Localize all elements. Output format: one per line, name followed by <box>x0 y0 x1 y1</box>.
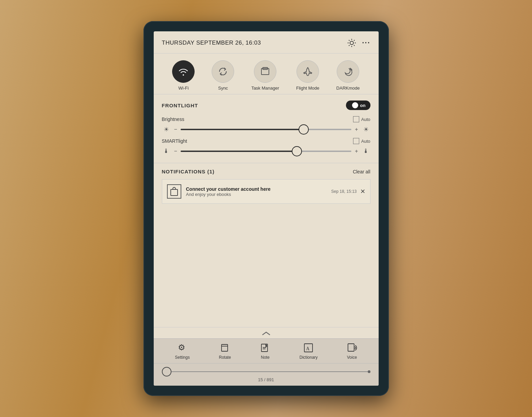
smartlight-auto-label: Auto <box>361 139 370 144</box>
dark-circle <box>337 60 359 83</box>
smartlight-fill <box>181 151 297 152</box>
frontlight-label: FRONTLIGHT <box>162 103 198 108</box>
notifications-header: NOTIFICATIONS (1) Clear all <box>162 169 370 174</box>
smartlight-auto-box <box>353 138 359 144</box>
smartlight-section: SMARTlight Auto 🌡 − + 🌡 <box>162 138 370 155</box>
flight-circle <box>297 60 319 83</box>
smartlight-slider-row: 🌡 − + 🌡 <box>162 148 370 155</box>
notification-item: Connect your customer account here And e… <box>162 179 370 204</box>
brightness-label: Brightness <box>162 117 184 122</box>
progress-end-dot <box>368 370 370 373</box>
sync-label: Sync <box>218 86 228 91</box>
smartlight-warm-icon: 🌡 <box>362 148 370 155</box>
brightness-slider[interactable] <box>181 129 351 130</box>
progress-section: 15 / 891 <box>154 363 379 386</box>
page-counter: 15 / 891 <box>162 377 370 384</box>
smartlight-cool-icon: 🌡 <box>162 148 171 155</box>
sync-circle <box>212 60 234 83</box>
settings-toolbar-label: Settings <box>175 355 189 360</box>
notifications-title: NOTIFICATIONS (1) <box>162 169 215 174</box>
dark-mode-button[interactable]: DARKmode <box>336 60 360 91</box>
brightness-auto-box <box>353 116 359 122</box>
dictionary-toolbar-icon: A <box>303 343 314 353</box>
bottom-toolbar: ⚙ Settings Rotate Note <box>154 338 379 363</box>
brightness-header: Brightness Auto <box>162 116 370 122</box>
rotate-toolbar-icon <box>220 343 230 353</box>
settings-toolbar-icon: ⚙ <box>177 343 187 353</box>
notification-content: Connect your customer account here And e… <box>186 186 326 197</box>
ereader-device: THURSDAY SEPTEMBER 26, 16:03 ··· <box>143 21 389 396</box>
progress-thumb <box>162 367 171 376</box>
voice-toolbar-button[interactable]: Voice <box>347 343 357 360</box>
svg-rect-11 <box>348 344 354 351</box>
wifi-circle <box>172 60 195 83</box>
progress-line <box>171 371 368 372</box>
voice-toolbar-label: Voice <box>347 355 357 360</box>
header-bar: THURSDAY SEPTEMBER 26, 16:03 ··· <box>154 31 379 53</box>
sync-button[interactable]: Sync <box>212 60 234 91</box>
chevron-up-icon <box>261 331 271 336</box>
dictionary-toolbar-label: Dictionary <box>300 355 318 360</box>
brightness-slider-row: ☀ − + ☀ <box>162 126 370 133</box>
notification-time: Sep 18, 15:13 <box>331 189 357 194</box>
brightness-dim-icon: ☀ <box>162 126 171 133</box>
smartlight-thumb[interactable] <box>292 146 302 156</box>
svg-rect-5 <box>222 344 228 351</box>
notification-close-button[interactable]: ✕ <box>360 188 365 195</box>
smartlight-plus: + <box>355 148 358 154</box>
toggle-circle <box>352 102 358 108</box>
settings-icon[interactable] <box>346 37 357 48</box>
brightness-section: Brightness Auto ☀ − + ☀ <box>162 116 370 133</box>
note-toolbar-label: Note <box>261 355 269 360</box>
svg-text:A: A <box>306 346 310 351</box>
smartlight-minus: − <box>174 148 177 154</box>
progress-bar[interactable] <box>162 366 370 377</box>
brightness-minus: − <box>174 126 177 133</box>
flight-mode-button[interactable]: Flight Mode <box>296 60 319 91</box>
date-time-display: THURSDAY SEPTEMBER 26, 16:03 <box>162 40 261 46</box>
frontlight-section: FRONTLIGHT on Brightness Auto ☀ − <box>154 94 379 163</box>
brightness-bright-icon: ☀ <box>362 126 370 133</box>
smartlight-slider[interactable] <box>181 151 351 152</box>
collapse-handle[interactable] <box>154 327 379 338</box>
settings-toolbar-button[interactable]: ⚙ Settings <box>175 343 189 360</box>
brightness-auto-label: Auto <box>361 117 370 122</box>
brightness-thumb[interactable] <box>299 124 309 135</box>
brightness-auto-checkbox[interactable]: Auto <box>353 116 370 122</box>
dark-mode-label: DARKmode <box>336 86 360 91</box>
flight-mode-label: Flight Mode <box>296 86 319 91</box>
toggle-state: on <box>360 103 366 108</box>
notification-subtitle: And enjoy your ebooks <box>186 192 326 197</box>
smartlight-auto-checkbox[interactable]: Auto <box>353 138 370 144</box>
notifications-section: NOTIFICATIONS (1) Clear all Connect your… <box>154 163 379 327</box>
frontlight-toggle[interactable]: on <box>346 101 370 110</box>
note-toolbar-button[interactable]: Note <box>260 343 270 360</box>
notification-icon <box>167 184 181 199</box>
task-manager-label: Task Manager <box>251 86 279 91</box>
dictionary-toolbar-button[interactable]: A Dictionary <box>300 343 318 360</box>
notification-meta: Sep 18, 15:13 ✕ <box>331 188 365 195</box>
brightness-fill <box>181 129 304 130</box>
clear-all-button[interactable]: Clear all <box>353 169 370 174</box>
task-circle <box>254 60 276 83</box>
smartlight-label: SMARTlight <box>162 138 187 144</box>
rotate-toolbar-button[interactable]: Rotate <box>219 343 231 360</box>
notification-title: Connect your customer account here <box>186 186 326 192</box>
wifi-button[interactable]: Wi-Fi <box>172 60 195 91</box>
more-options-icon[interactable]: ··· <box>362 38 370 47</box>
header-icons: ··· <box>346 37 370 48</box>
wifi-label: Wi-Fi <box>178 86 188 91</box>
svg-text:⚙: ⚙ <box>178 343 185 352</box>
frontlight-header: FRONTLIGHT on <box>162 101 370 110</box>
quick-actions-bar: Wi-Fi Sync <box>154 53 379 94</box>
rotate-toolbar-label: Rotate <box>219 355 231 360</box>
smartlight-header: SMARTlight Auto <box>162 138 370 144</box>
brightness-plus: + <box>355 126 358 133</box>
svg-point-0 <box>350 41 353 45</box>
svg-rect-3 <box>171 189 178 196</box>
note-toolbar-icon <box>260 343 270 353</box>
task-manager-button[interactable]: Task Manager <box>251 60 279 91</box>
device-screen: THURSDAY SEPTEMBER 26, 16:03 ··· <box>154 31 379 386</box>
voice-toolbar-icon <box>347 343 357 353</box>
